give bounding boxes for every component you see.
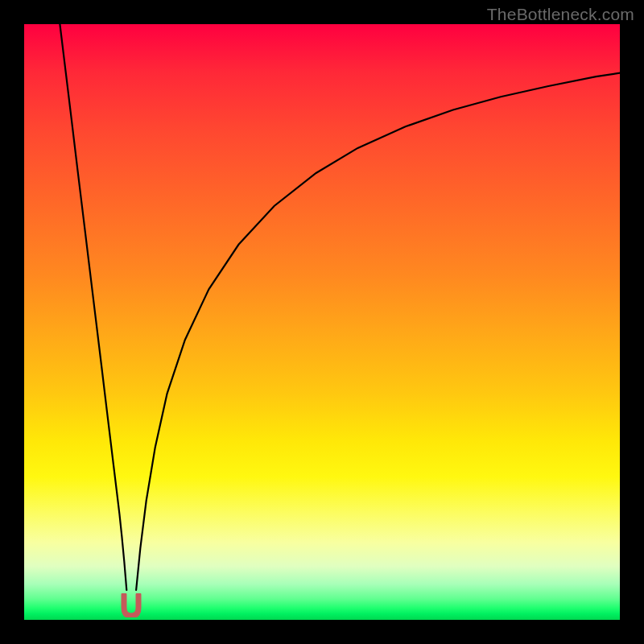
chart-frame: TheBottleneck.com (0, 0, 644, 644)
curves-svg (24, 24, 620, 620)
plot-area (24, 24, 620, 620)
watermark-text: TheBottleneck.com (487, 5, 634, 24)
curve-left-branch (60, 24, 126, 590)
curve-right-branch (136, 73, 620, 590)
